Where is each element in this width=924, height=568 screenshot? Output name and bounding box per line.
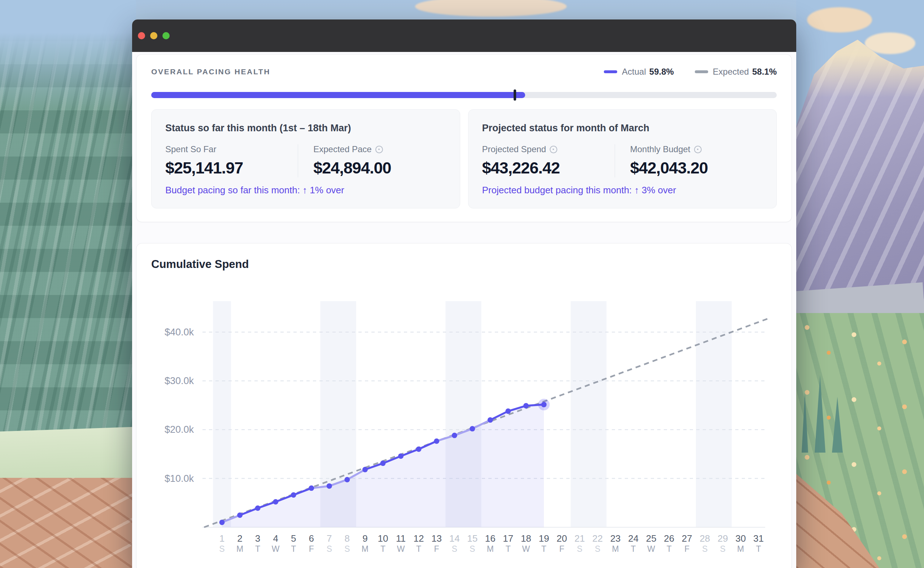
x-label-weekday: W (272, 544, 280, 554)
x-label-weekday: F (309, 544, 314, 554)
card-metrics: Spent So Far $25,141.97 Expected Pace $2… (165, 144, 446, 177)
x-label-day: 22 (592, 533, 603, 544)
pacing-progress-bar (151, 89, 777, 101)
cumulative-spend-panel: Cumulative Spend $10.0k$20.0k$30.0k$40.0… (136, 243, 792, 568)
x-label-day: 12 (414, 533, 424, 544)
x-label-weekday: M (487, 544, 494, 554)
data-point-day-9 (362, 467, 368, 473)
x-label-day: 23 (610, 533, 621, 544)
x-label-day: 7 (327, 533, 332, 544)
actual-legend-swatch-icon (604, 70, 617, 73)
x-label-day: 10 (377, 533, 388, 544)
x-label-day: 8 (345, 533, 350, 544)
card-metrics: Projected Spend $43,226.42 Monthly Budge… (482, 144, 763, 177)
x-label-day: 9 (362, 533, 367, 544)
info-icon[interactable] (550, 146, 557, 153)
close-button[interactable] (138, 32, 145, 39)
cumulative-spend-chart[interactable]: $10.0k$20.0k$30.0k$40.0k1S2M3T4W5T6F7S8S… (136, 243, 792, 568)
data-point-day-18 (523, 403, 529, 409)
x-label-weekday: T (666, 544, 672, 554)
x-label-day: 30 (735, 533, 746, 544)
minimize-button[interactable] (150, 32, 158, 39)
pacing-legend: Actual 59.8% Expected 58.1% (604, 67, 777, 77)
metric-label: Projected Spend (482, 144, 546, 154)
projected-status-card: Projected status for month of March Proj… (468, 109, 777, 208)
x-label-weekday: T (380, 544, 385, 554)
x-label-day: 2 (237, 533, 242, 544)
x-label-day: 20 (557, 533, 567, 544)
metric-label: Expected Pace (313, 144, 371, 154)
x-label-day: 25 (646, 533, 657, 544)
info-icon[interactable] (694, 146, 702, 153)
metric-monthly-budget: Monthly Budget $42,043.20 (615, 144, 763, 177)
data-point-day-17 (505, 409, 511, 414)
data-point-day-14 (452, 433, 457, 438)
data-point-day-4 (273, 499, 278, 505)
x-label-weekday: T (756, 544, 761, 554)
meadow-path-art (0, 427, 136, 483)
x-label-weekday: T (291, 544, 296, 554)
window-titlebar[interactable] (132, 20, 796, 52)
data-point-day-10 (380, 461, 385, 466)
cloud-art (807, 7, 872, 32)
x-label-day: 19 (539, 533, 549, 544)
data-point-day-19 (541, 402, 547, 407)
data-point-day-8 (344, 477, 350, 482)
zoom-button[interactable] (162, 32, 170, 39)
x-label-weekday: S (702, 544, 707, 554)
status-so-far-card: Status so far this month (1st – 18th Mar… (151, 109, 460, 208)
weekend-band (696, 301, 732, 527)
x-label-weekday: S (344, 544, 350, 554)
weekend-band (213, 301, 231, 527)
metric-value: $25,141.97 (165, 159, 298, 177)
x-label-day: 1 (220, 533, 224, 544)
x-label-weekday: T (631, 544, 636, 554)
cobblestone-art (0, 478, 136, 568)
data-point-day-6 (309, 485, 314, 491)
y-axis-label: $40.0k (165, 327, 194, 338)
legend-item-actual: Actual 59.8% (604, 67, 674, 77)
metric-label: Spent So Far (165, 144, 216, 154)
data-point-day-11 (398, 453, 403, 459)
legend-label: Actual (622, 67, 646, 77)
x-label-weekday: S (595, 544, 600, 554)
x-label-weekday: S (720, 544, 726, 554)
data-point-day-3 (255, 505, 261, 511)
x-label-day: 27 (682, 533, 692, 544)
weekend-band (571, 301, 606, 527)
metric-value: $42,043.20 (630, 159, 763, 177)
card-title: Projected status for month of March (482, 122, 650, 134)
progress-track (151, 92, 777, 98)
x-label-day: 5 (291, 533, 296, 544)
background-painting-right (796, 0, 924, 568)
projected-pacing-note: Projected budget pacing this month: ↑ 3%… (482, 185, 676, 196)
x-label-weekday: S (219, 544, 224, 554)
x-label-weekday: S (327, 544, 332, 554)
data-point-day-15 (470, 426, 475, 431)
x-label-weekday: M (737, 544, 744, 554)
x-label-day: 31 (753, 533, 764, 544)
data-point-day-1 (220, 520, 225, 525)
expected-pace-marker (514, 89, 516, 101)
y-axis-label: $30.0k (165, 375, 194, 386)
x-label-day: 3 (255, 533, 260, 544)
data-point-day-2 (237, 512, 242, 518)
x-label-weekday: T (541, 544, 547, 554)
x-label-day: 6 (309, 533, 314, 544)
x-label-weekday: W (522, 544, 530, 554)
metric-label: Monthly Budget (630, 144, 691, 154)
budget-pacing-note: Budget pacing so far this month: ↑ 1% ov… (165, 185, 344, 196)
x-label-weekday: S (577, 544, 582, 554)
x-label-weekday: F (684, 544, 689, 554)
info-icon[interactable] (376, 146, 383, 153)
expected-legend-swatch-icon (695, 70, 708, 73)
actual-progress-fill (151, 92, 525, 98)
x-label-day: 24 (628, 533, 639, 544)
pacing-health-panel: OVERALL PACING HEALTH Actual 59.8% Expec… (136, 54, 792, 222)
x-label-weekday: M (236, 544, 243, 554)
pacing-header-row: OVERALL PACING HEALTH Actual 59.8% Expec… (151, 67, 777, 77)
x-label-day: 4 (273, 533, 278, 544)
metric-value: $24,894.00 (313, 159, 446, 177)
data-point-day-12 (416, 446, 421, 452)
legend-label: Expected (713, 67, 749, 77)
